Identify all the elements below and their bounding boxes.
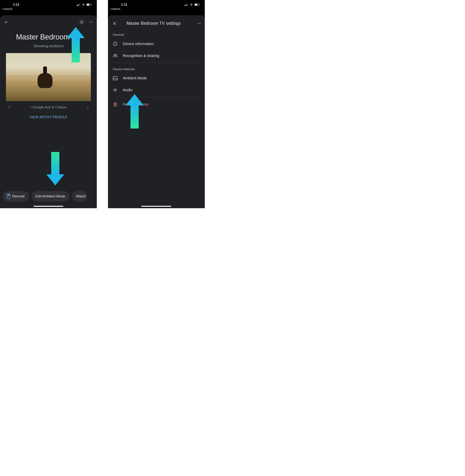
svg-rect-0 xyxy=(77,5,77,6)
artwork-rider xyxy=(43,66,47,74)
section-features: Device features xyxy=(108,64,205,72)
more-horizontal-icon xyxy=(197,22,201,25)
settings-item-recognition[interactable]: Recognition & sharing xyxy=(108,50,205,62)
status-time: 1:11 xyxy=(13,3,19,7)
svg-rect-13 xyxy=(187,4,187,6)
remote-chip[interactable]: Remote xyxy=(3,191,29,202)
people-icon xyxy=(113,54,118,58)
cellular-icon xyxy=(185,3,188,6)
back-label: Search xyxy=(112,7,120,11)
svg-rect-1 xyxy=(78,4,78,6)
settings-item-device-info[interactable]: Device information xyxy=(108,38,205,50)
settings-item-label: Device information xyxy=(123,42,154,46)
settings-item-audio[interactable]: Audio xyxy=(108,84,205,96)
cellular-icon xyxy=(77,3,80,6)
divider xyxy=(113,63,200,63)
status-icons xyxy=(77,3,92,6)
settings-item-remove-device[interactable]: Remove device xyxy=(108,98,205,110)
status-time: 1:11 xyxy=(121,3,127,7)
battery-icon xyxy=(194,3,200,6)
back-caret-icon xyxy=(2,8,4,10)
watch-chip[interactable]: Watch xyxy=(72,191,87,202)
svg-rect-11 xyxy=(185,5,185,6)
carousel-row: • Google Arts & Culture xyxy=(0,101,97,109)
more-horizontal-icon xyxy=(89,20,93,24)
close-icon xyxy=(112,22,116,25)
settings-button[interactable] xyxy=(79,20,84,25)
home-indicator[interactable] xyxy=(141,206,171,207)
view-artist-profile-link[interactable]: VIEW ARTIST PROFILE xyxy=(30,115,67,119)
section-general: General xyxy=(108,30,205,38)
back-to-search[interactable]: Search xyxy=(110,7,120,11)
status-bar: 1:11 xyxy=(108,0,205,9)
image-icon xyxy=(113,76,118,80)
svg-rect-16 xyxy=(195,4,197,5)
annotation-arrow-gear xyxy=(67,27,84,62)
gear-icon xyxy=(79,20,84,25)
edit-ambient-chip-label: Edit Ambient Mode xyxy=(36,194,65,198)
wifi-icon xyxy=(190,3,193,6)
svg-point-19 xyxy=(199,23,199,24)
svg-rect-23 xyxy=(115,43,116,45)
back-to-search[interactable]: Search xyxy=(2,7,12,11)
chevron-left-icon xyxy=(8,105,11,109)
phone-screen-left: 1:11 Search Master Bedroom TV xyxy=(0,0,97,208)
overflow-button[interactable] xyxy=(89,20,93,24)
svg-point-22 xyxy=(115,43,116,43)
svg-rect-12 xyxy=(186,4,186,6)
remote-chip-label: Remote xyxy=(12,194,25,198)
close-button[interactable] xyxy=(112,22,116,25)
svg-rect-17 xyxy=(199,4,199,5)
trash-icon xyxy=(113,102,118,107)
svg-point-9 xyxy=(91,22,91,22)
svg-point-25 xyxy=(116,54,117,55)
battery-icon xyxy=(86,3,92,6)
svg-point-20 xyxy=(200,23,201,24)
carousel-caption: • Google Arts & Culture xyxy=(30,105,67,109)
artist-link-row: VIEW ARTIST PROFILE xyxy=(0,115,97,119)
svg-rect-27 xyxy=(114,103,116,106)
back-label: Search xyxy=(4,7,12,11)
collapse-button[interactable] xyxy=(4,20,8,24)
settings-page-title: Master Bedroom TV settings xyxy=(127,21,194,26)
carousel-next[interactable] xyxy=(86,105,89,109)
status-bar: 1:11 xyxy=(0,0,97,9)
home-indicator[interactable] xyxy=(33,206,63,207)
carousel-prev[interactable] xyxy=(8,105,11,109)
settings-item-label: Audio xyxy=(123,88,132,92)
phone-screen-right: 1:11 Search Master Bedroom TV settings G… xyxy=(108,0,205,208)
svg-rect-6 xyxy=(91,4,91,5)
settings-item-label: Ambient Mode xyxy=(123,76,147,80)
svg-point-8 xyxy=(90,22,90,22)
edit-ambient-chip[interactable]: Edit Ambient Mode xyxy=(32,191,69,202)
sheet-header xyxy=(0,17,97,27)
settings-header: Master Bedroom TV settings xyxy=(108,17,205,30)
svg-point-18 xyxy=(198,23,198,24)
annotation-arrow-ambient xyxy=(126,94,143,129)
svg-rect-5 xyxy=(87,4,89,5)
annotation-arrow-chip xyxy=(47,152,64,185)
carousel-caption-text: Google Arts & Culture xyxy=(32,105,67,109)
remote-icon xyxy=(7,194,11,199)
settings-sheet: Master Bedroom TV settings General Devic… xyxy=(108,15,205,208)
action-chips: Remote Edit Ambient Mode Watch xyxy=(0,191,97,202)
speaker-icon xyxy=(113,88,118,92)
back-caret-icon xyxy=(110,8,112,10)
svg-rect-2 xyxy=(79,4,79,6)
chevron-right-icon xyxy=(86,105,89,109)
wifi-icon xyxy=(82,3,85,6)
svg-rect-3 xyxy=(79,3,80,6)
overflow-button[interactable] xyxy=(197,22,201,25)
chevron-down-icon xyxy=(4,20,8,24)
svg-rect-14 xyxy=(188,3,188,6)
info-icon xyxy=(113,42,118,46)
svg-point-7 xyxy=(81,22,83,23)
svg-point-24 xyxy=(114,54,115,56)
svg-point-10 xyxy=(92,22,93,22)
status-icons xyxy=(185,3,200,6)
artwork-horse xyxy=(38,73,53,88)
watch-chip-label: Watch xyxy=(76,194,86,198)
settings-item-ambient[interactable]: Ambient Mode xyxy=(108,72,205,84)
settings-item-label: Recognition & sharing xyxy=(123,54,159,58)
